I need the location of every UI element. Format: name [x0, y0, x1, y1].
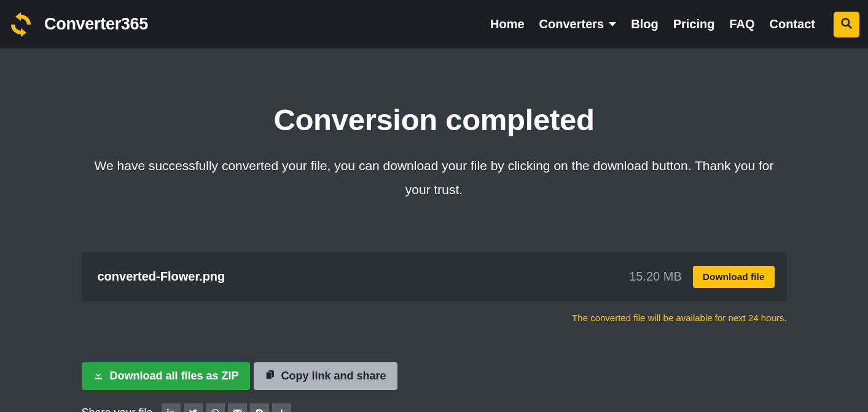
- download-all-zip-label: Download all files as ZIP: [110, 370, 239, 383]
- download-icon: [93, 369, 104, 383]
- page-title: Conversion completed: [82, 103, 787, 137]
- actions-row: Download all files as ZIP Copy link and …: [82, 362, 787, 390]
- svg-line-3: [848, 25, 851, 28]
- email-icon: [233, 408, 242, 412]
- linkedin-icon: [166, 408, 175, 412]
- skype-icon: [255, 408, 264, 412]
- nav-home[interactable]: Home: [490, 17, 525, 31]
- nav-pricing[interactable]: Pricing: [673, 17, 715, 31]
- svg-rect-4: [95, 378, 102, 379]
- availability-notice: The converted file will be available for…: [82, 313, 787, 323]
- nav-converters[interactable]: Converters: [539, 17, 617, 31]
- converted-file-card: converted-Flower.png 15.20 MB Download f…: [82, 252, 787, 301]
- copy-icon: [265, 369, 275, 383]
- copy-link-label: Copy link and share: [281, 370, 386, 383]
- plus-icon: [278, 409, 286, 412]
- share-twitter[interactable]: [184, 403, 203, 412]
- twitter-icon: [189, 408, 198, 412]
- share-more[interactable]: [272, 403, 291, 412]
- share-icons: [162, 403, 291, 412]
- svg-rect-6: [266, 372, 272, 379]
- share-email[interactable]: [228, 403, 247, 412]
- share-label: Share your file: [82, 406, 153, 412]
- svg-marker-1: [21, 28, 26, 37]
- share-row: Share your file: [82, 403, 787, 412]
- logo[interactable]: Converter365: [6, 10, 148, 39]
- whatsapp-icon: [211, 408, 220, 412]
- main-container: Conversion completed We have successfull…: [81, 103, 788, 412]
- svg-marker-0: [15, 12, 21, 21]
- refresh-arrows-icon: [6, 10, 36, 39]
- nav-blog[interactable]: Blog: [631, 17, 658, 31]
- search-button[interactable]: [834, 12, 859, 37]
- nav-contact[interactable]: Contact: [770, 17, 815, 31]
- share-linkedin[interactable]: [162, 403, 181, 412]
- svg-point-8: [167, 409, 169, 411]
- share-skype[interactable]: [250, 403, 269, 412]
- file-size: 15.20 MB: [629, 270, 682, 284]
- nav-faq[interactable]: FAQ: [729, 17, 754, 31]
- download-file-button[interactable]: Download file: [693, 266, 775, 288]
- main-nav: Home Converters Blog Pricing FAQ Contact: [490, 12, 859, 37]
- header: Converter365 Home Converters Blog Pricin…: [0, 0, 868, 49]
- copy-link-button[interactable]: Copy link and share: [254, 362, 397, 390]
- search-icon: [840, 17, 853, 32]
- file-name: converted-Flower.png: [98, 270, 225, 284]
- download-all-zip-button[interactable]: Download all files as ZIP: [82, 362, 250, 390]
- share-whatsapp[interactable]: [206, 403, 225, 412]
- svg-rect-11: [281, 410, 282, 412]
- caret-down-icon: [609, 22, 616, 26]
- page-subtitle: We have successfully converted your file…: [82, 154, 787, 202]
- brand-name: Converter365: [44, 15, 148, 34]
